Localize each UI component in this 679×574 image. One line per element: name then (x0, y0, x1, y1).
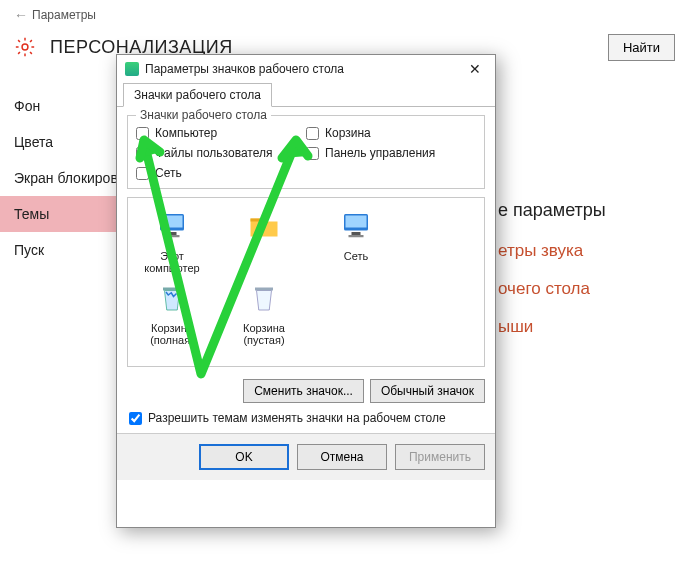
allow-themes-check[interactable]: Разрешить темам изменять значки на рабоч… (117, 407, 495, 433)
svg-rect-4 (165, 235, 180, 237)
checkbox-recycle[interactable] (306, 127, 319, 140)
check-network[interactable]: Сеть (136, 166, 306, 180)
window-titlebar: ← Параметры (0, 0, 679, 30)
folder-icon (244, 206, 284, 246)
desktop-icon-4[interactable]: Корзина (пустая) (226, 278, 302, 346)
window-title: Параметры (32, 8, 96, 22)
find-button[interactable]: Найти (608, 34, 675, 61)
dialog-titlebar: Параметры значков рабочего стола ✕ (117, 55, 495, 81)
dialog-icon (125, 62, 139, 76)
group-legend: Значки рабочего стола (136, 108, 271, 122)
svg-rect-10 (255, 288, 273, 291)
desktop-icons-dialog: Параметры значков рабочего стола ✕ Значк… (116, 54, 496, 528)
bin-empty-icon (244, 278, 284, 318)
checkbox-network[interactable] (136, 167, 149, 180)
dialog-tabstrip: Значки рабочего стола (117, 81, 495, 107)
tab-desktop-icons[interactable]: Значки рабочего стола (123, 83, 272, 107)
change-icon-button[interactable]: Сменить значок... (243, 379, 364, 403)
desktop-icon-2[interactable]: Сеть (318, 206, 394, 274)
related-heading: е параметры (498, 200, 606, 221)
ok-button[interactable]: OK (199, 444, 289, 470)
related-link-sound[interactable]: етры звука (498, 241, 606, 261)
apply-button[interactable]: Применить (395, 444, 485, 470)
dialog-footer: OK Отмена Применить (117, 433, 495, 480)
close-icon[interactable]: ✕ (463, 61, 487, 77)
svg-point-0 (22, 44, 28, 50)
related-link-desktop[interactable]: очего стола (498, 279, 606, 299)
check-recycle[interactable]: Корзина (306, 126, 476, 140)
desktop-icon-0[interactable]: Этот компьютер (134, 206, 210, 274)
checkbox-allow-themes[interactable] (129, 412, 142, 425)
svg-rect-3 (168, 232, 177, 235)
svg-rect-2 (162, 216, 183, 228)
related-link-mouse[interactable]: ыши (498, 317, 606, 337)
desktop-icon-1[interactable] (226, 206, 302, 274)
cancel-button[interactable]: Отмена (297, 444, 387, 470)
checkbox-userfiles[interactable] (136, 147, 149, 160)
dialog-title: Параметры значков рабочего стола (145, 62, 344, 76)
default-icon-button[interactable]: Обычный значок (370, 379, 485, 403)
svg-rect-8 (349, 235, 364, 237)
gear-icon (14, 36, 36, 58)
check-userfiles[interactable]: Файлы пользователя (136, 146, 306, 160)
pc-icon (152, 206, 192, 246)
svg-rect-7 (352, 232, 361, 235)
checkbox-computer[interactable] (136, 127, 149, 140)
checkbox-control[interactable] (306, 147, 319, 160)
check-computer[interactable]: Компьютер (136, 126, 306, 140)
desktop-icon-3[interactable]: Корзина (полная) (134, 278, 210, 346)
svg-rect-9 (163, 288, 181, 291)
related-settings: е параметры етры звука очего стола ыши (498, 200, 606, 355)
bin-full-icon (152, 278, 192, 318)
svg-rect-6 (346, 216, 367, 228)
back-icon[interactable]: ← (10, 7, 32, 23)
icon-preview-box: Этот компьютерСетьКорзина (полная)Корзин… (127, 197, 485, 367)
check-control[interactable]: Панель управления (306, 146, 476, 160)
pc-icon (336, 206, 376, 246)
checkbox-group: Значки рабочего стола Компьютер Корзина … (127, 115, 485, 189)
